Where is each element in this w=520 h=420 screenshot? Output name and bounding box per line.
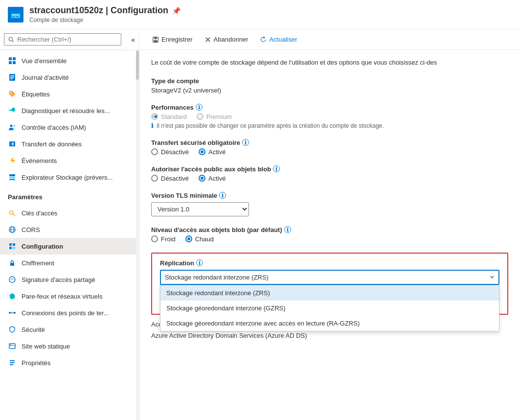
svg-rect-35 bbox=[9, 344, 15, 349]
radio-circle-froid bbox=[151, 235, 158, 242]
sidebar-item-explorateur[interactable]: Explorateur Stockage (prévers... bbox=[0, 169, 139, 186]
blob-access-info-icon[interactable]: ℹ bbox=[284, 226, 291, 233]
pin-icon[interactable]: 📌 bbox=[172, 7, 181, 15]
sidebar-label: Configuration bbox=[22, 243, 63, 250]
sidebar-item-transfert[interactable]: Transfert de données bbox=[0, 136, 139, 152]
sidebar-item-etiquettes[interactable]: Étiquettes bbox=[0, 86, 139, 102]
svg-rect-43 bbox=[154, 40, 158, 42]
sidebar-item-configuration[interactable]: Configuration bbox=[0, 238, 139, 255]
performances-section: Performances ℹ Standard Premium bbox=[151, 104, 508, 129]
performances-info-icon[interactable]: ℹ bbox=[196, 104, 203, 111]
params-list: Clés d'accès CORS Configuration bbox=[0, 203, 139, 373]
app-icon bbox=[8, 7, 23, 23]
replication-dropdown-popup: Stockage redondant interzone (ZRS) Stock… bbox=[160, 285, 499, 331]
note-info-icon: ℹ bbox=[151, 122, 154, 129]
sidebar-item-evenements[interactable]: Événements bbox=[0, 152, 139, 169]
dropdown-option-gzrs[interactable]: Stockage géoredondant interzone (GZRS) bbox=[160, 301, 499, 316]
bottom-link-2: Azure Active Directory Domain Services (… bbox=[151, 332, 508, 339]
sidebar-item-site-web[interactable]: Site web statique bbox=[0, 338, 139, 354]
collapse-button[interactable]: « bbox=[127, 34, 139, 46]
radio-standard[interactable]: Standard bbox=[151, 113, 187, 120]
sidebar-label: Transfert de données bbox=[22, 140, 82, 148]
radio-chaud[interactable]: Chaud bbox=[185, 235, 214, 243]
sidebar-item-securite[interactable]: Sécurité bbox=[0, 321, 139, 338]
sidebar-item-cles[interactable]: Clés d'accès bbox=[0, 205, 139, 221]
svg-rect-21 bbox=[9, 179, 15, 180]
radio-circle-active-a bbox=[199, 175, 205, 182]
sidebar-label: Diagnostiquer et résoudre les... bbox=[22, 107, 110, 115]
search-bar[interactable] bbox=[4, 33, 121, 46]
sidebar-item-diagnostiquer[interactable]: Diagnostiquer et résoudre les... bbox=[0, 102, 139, 119]
svg-rect-13 bbox=[10, 78, 13, 79]
performances-label: Performances ℹ bbox=[151, 104, 508, 111]
tls-info-icon[interactable]: ℹ bbox=[219, 192, 226, 199]
info-text: Le coût de votre compte de stockage dépe… bbox=[151, 58, 508, 68]
sidebar-label: Connexions des points de ter... bbox=[22, 309, 109, 317]
sidebar-label: Signature d'accès partagé bbox=[22, 276, 95, 283]
config-icon bbox=[8, 242, 17, 251]
replication-select[interactable]: Stockage redondant interzone (ZRS) bbox=[160, 270, 499, 285]
acces-public-section: Autoriser l'accès public aux objets blob… bbox=[151, 165, 508, 182]
radio-label-chaud: Chaud bbox=[195, 235, 214, 243]
cors-icon bbox=[8, 225, 17, 234]
sidebar-label: Propriétés bbox=[22, 359, 50, 367]
radio-premium[interactable]: Premium bbox=[197, 113, 232, 120]
type-compte-section: Type de compte StorageV2 (v2 universel) bbox=[151, 77, 508, 94]
sidebar-item-cors[interactable]: CORS bbox=[0, 221, 139, 238]
radio-active-acces[interactable]: Activé bbox=[199, 175, 226, 182]
toolbar: Enregistrer Abandonner Actualiser bbox=[139, 29, 520, 50]
tag-icon bbox=[8, 90, 17, 98]
blob-access-label: Niveau d'accès aux objets blob (par défa… bbox=[151, 226, 508, 233]
svg-point-4 bbox=[9, 37, 13, 41]
journal-icon bbox=[8, 73, 17, 82]
radio-circle-active-t bbox=[199, 148, 205, 155]
dropdown-option-zrs[interactable]: Stockage redondant interzone (ZRS) bbox=[160, 285, 499, 301]
shield-icon bbox=[8, 325, 17, 334]
sidebar-item-vue-ensemble[interactable]: Vue d'ensemble bbox=[0, 52, 139, 69]
radio-circle-standard bbox=[151, 113, 158, 120]
svg-rect-9 bbox=[13, 61, 16, 64]
abandon-button[interactable]: Abandonner bbox=[200, 33, 253, 46]
radio-active-transfert[interactable]: Activé bbox=[199, 148, 226, 156]
transfer-icon bbox=[8, 140, 17, 148]
radio-desactive-transfert[interactable]: Désactivé bbox=[151, 148, 189, 156]
replication-label: Réplication ℹ bbox=[160, 259, 499, 267]
body: « Vue d'ensemble bbox=[0, 29, 520, 420]
replication-info-icon[interactable]: ℹ bbox=[196, 259, 203, 266]
sidebar-item-proprietes[interactable]: Propriétés bbox=[0, 354, 139, 371]
radio-desactive-acces[interactable]: Désactivé bbox=[151, 175, 189, 182]
svg-point-33 bbox=[14, 312, 16, 314]
sidebar-label: Clés d'accès bbox=[22, 210, 57, 217]
sidebar-item-pare-feux[interactable]: Pare-feux et réseaux virtuels bbox=[0, 288, 139, 304]
save-button[interactable]: Enregistrer bbox=[147, 33, 198, 46]
radio-label-desactive-t: Désactivé bbox=[161, 148, 189, 156]
sidebar-label: Chiffrement bbox=[22, 259, 54, 267]
sidebar-item-journal[interactable]: Journal d'activité bbox=[0, 69, 139, 86]
sidebar-item-signature[interactable]: Signature d'accès partagé bbox=[0, 271, 139, 288]
nav-scroll-area: Vue d'ensemble Journal d'activité Étique… bbox=[0, 50, 139, 420]
grid-icon bbox=[8, 56, 17, 65]
svg-rect-12 bbox=[10, 77, 14, 78]
sidebar-label: Contrôle d'accès (IAM) bbox=[22, 124, 86, 131]
svg-point-32 bbox=[9, 312, 11, 314]
refresh-icon bbox=[260, 36, 267, 43]
transfert-info-icon[interactable]: ℹ bbox=[242, 139, 249, 146]
sidebar-item-controle[interactable]: Contrôle d'accès (IAM) bbox=[0, 119, 139, 136]
tls-select-wrap: Version 1.0 Version 1.1 Version 1.2 bbox=[151, 202, 508, 216]
svg-rect-19 bbox=[9, 174, 15, 176]
search-input[interactable] bbox=[17, 36, 117, 43]
radio-label-froid: Froid bbox=[161, 235, 176, 243]
acces-public-info-icon[interactable]: ℹ bbox=[273, 165, 280, 172]
svg-point-16 bbox=[10, 125, 13, 127]
dropdown-option-ragzrs[interactable]: Stockage géoredondant interzone avec acc… bbox=[160, 316, 499, 331]
svg-rect-3 bbox=[16, 16, 19, 17]
header-subtitle: Compte de stockage bbox=[29, 17, 181, 23]
web-icon bbox=[8, 342, 17, 350]
type-compte-label: Type de compte bbox=[151, 77, 508, 85]
sidebar-item-connexions[interactable]: Connexions des points de ter... bbox=[0, 304, 139, 321]
tls-select[interactable]: Version 1.0 Version 1.1 Version 1.2 bbox=[151, 202, 249, 216]
refresh-button[interactable]: Actualiser bbox=[255, 33, 302, 46]
sidebar-item-chiffrement[interactable]: Chiffrement bbox=[0, 255, 139, 271]
radio-froid[interactable]: Froid bbox=[151, 235, 176, 243]
replication-dropdown-wrap: Stockage redondant interzone (ZRS) Stock… bbox=[160, 270, 499, 285]
